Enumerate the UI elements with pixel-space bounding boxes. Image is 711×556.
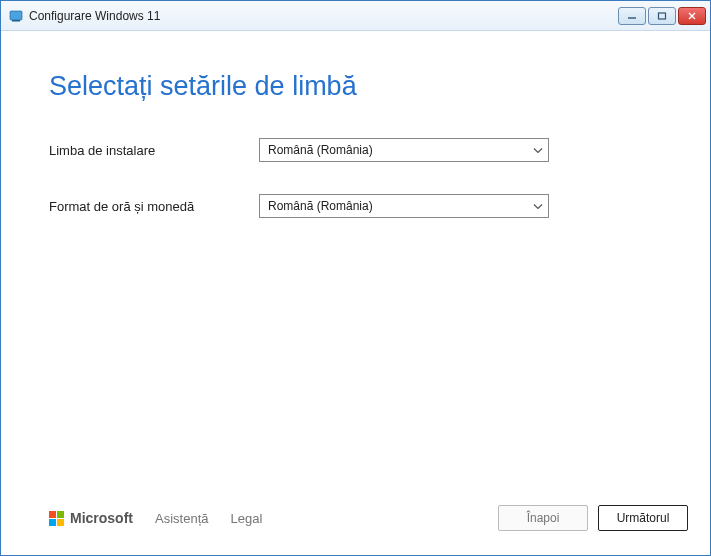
microsoft-logo: Microsoft — [49, 510, 133, 526]
app-icon — [9, 9, 23, 23]
microsoft-logo-icon — [49, 511, 64, 526]
microsoft-logo-text: Microsoft — [70, 510, 133, 526]
next-button[interactable]: Următorul — [598, 505, 688, 531]
legal-link[interactable]: Legal — [230, 511, 262, 526]
time-currency-select[interactable]: Română (România) — [259, 194, 549, 218]
close-button[interactable] — [678, 7, 706, 25]
install-language-select[interactable]: Română (România) — [259, 138, 549, 162]
maximize-button[interactable] — [648, 7, 676, 25]
window-title: Configurare Windows 11 — [29, 9, 618, 23]
time-currency-value: Română (România) — [259, 194, 549, 218]
back-button[interactable]: Înapoi — [498, 505, 588, 531]
setup-window: Configurare Windows 11 Selectați setăril… — [0, 0, 711, 556]
install-language-value: Română (România) — [259, 138, 549, 162]
time-currency-row: Format de oră și monedă Română (România) — [49, 194, 662, 218]
install-language-row: Limba de instalare Română (România) — [49, 138, 662, 162]
footer: Microsoft Asistență Legal Înapoi Următor… — [49, 505, 688, 531]
titlebar: Configurare Windows 11 — [1, 1, 710, 31]
time-currency-label: Format de oră și monedă — [49, 199, 259, 214]
svg-rect-3 — [659, 13, 666, 19]
minimize-button[interactable] — [618, 7, 646, 25]
install-language-label: Limba de instalare — [49, 143, 259, 158]
support-link[interactable]: Asistență — [155, 511, 208, 526]
window-controls — [618, 7, 706, 25]
page-heading: Selectați setările de limbă — [49, 71, 662, 102]
svg-rect-1 — [12, 20, 20, 22]
svg-rect-0 — [10, 11, 22, 20]
content-area: Selectați setările de limbă Limba de ins… — [1, 31, 710, 555]
